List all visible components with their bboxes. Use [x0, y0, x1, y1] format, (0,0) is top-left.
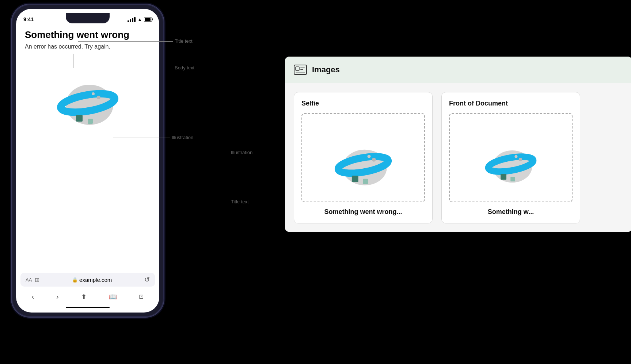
- signal-bar-2: [130, 19, 131, 22]
- svg-point-21: [519, 158, 522, 161]
- id-card-icon: [294, 65, 307, 75]
- svg-rect-2: [76, 115, 83, 122]
- svg-point-22: [514, 155, 517, 158]
- home-indicator: [66, 307, 110, 308]
- svg-rect-14: [363, 179, 368, 184]
- panel-header-icon: [294, 63, 307, 76]
- illustration-label-phone: Illustration: [172, 135, 193, 140]
- svg-rect-10: [296, 72, 305, 73]
- tab-button[interactable]: ⊞: [35, 276, 39, 283]
- forward-button[interactable]: ›: [56, 292, 59, 301]
- phone-button-volume-down: [11, 99, 12, 120]
- images-panel: Images Selfie Something went wrong... Fr…: [285, 57, 631, 232]
- svg-point-5: [92, 92, 95, 95]
- svg-rect-13: [352, 176, 358, 182]
- signal-bar-4: [134, 17, 136, 22]
- front-document-title: Front of Document: [449, 100, 573, 107]
- address-bar[interactable]: AA ⊞ 🔒 example.com ↺: [20, 273, 155, 287]
- status-icons: ▲: [128, 17, 152, 22]
- phone-wrapper: 9:41 ▲ Something went wrong: [11, 4, 164, 318]
- phone-error-subtitle: An error has occurred. Try again.: [25, 43, 151, 50]
- signal-icon: [128, 17, 136, 22]
- phone-bottom-bar: AA ⊞ 🔒 example.com ↺ ‹ › ⬆ 📖 ⊡: [16, 273, 159, 313]
- svg-rect-8: [300, 68, 305, 68]
- signal-bar-3: [132, 18, 133, 22]
- front-document-error-illustration: [482, 130, 540, 185]
- phone-content: Something went wrong An error has occurr…: [16, 25, 159, 134]
- share-button[interactable]: ⬆: [81, 293, 87, 301]
- svg-rect-9: [300, 69, 303, 70]
- reload-button[interactable]: ↺: [144, 276, 150, 284]
- signal-bar-1: [128, 20, 129, 22]
- phone-button-power: [164, 81, 164, 110]
- url-display: 🔒 example.com: [72, 277, 112, 283]
- url-text: example.com: [79, 277, 112, 283]
- address-left: AA ⊞: [26, 276, 39, 283]
- svg-point-16: [368, 155, 371, 158]
- battery-fill: [145, 18, 151, 21]
- back-button[interactable]: ‹: [31, 292, 34, 301]
- selfie-card-title: Selfie: [301, 100, 319, 107]
- svg-rect-7: [296, 67, 299, 70]
- panel-title: Images: [312, 65, 340, 74]
- selfie-card: Selfie Something went wrong...: [294, 92, 433, 223]
- svg-rect-3: [88, 119, 93, 124]
- front-document-bottom-text: Something w...: [449, 208, 573, 216]
- svg-rect-20: [510, 177, 515, 181]
- error-illustration-svg: [51, 61, 124, 134]
- lock-icon: 🔒: [72, 277, 78, 283]
- title-panel-label: Title text: [231, 199, 249, 204]
- phone-screen: 9:41 ▲ Something went wrong: [16, 9, 159, 313]
- svg-point-15: [372, 158, 376, 162]
- phone-error-title: Something went wrong: [25, 29, 151, 41]
- title-annotation-label: Title text: [175, 38, 193, 44]
- phone-notch: [66, 13, 110, 23]
- phone-illustration: [25, 61, 151, 134]
- nav-bar: ‹ › ⬆ 📖 ⊡: [20, 291, 155, 304]
- panel-header: Images: [285, 57, 631, 83]
- front-document-card: Front of Document Something w...: [441, 92, 580, 223]
- svg-rect-19: [501, 174, 506, 180]
- aa-button[interactable]: AA: [26, 277, 32, 283]
- wifi-icon: ▲: [137, 17, 142, 22]
- selfie-illustration-box: [301, 113, 425, 202]
- bookmarks-button[interactable]: 📖: [109, 293, 117, 301]
- battery-icon: [144, 18, 152, 22]
- front-document-illustration-box: [449, 113, 573, 202]
- body-annotation-label: Body text: [175, 65, 194, 70]
- status-time: 9:41: [23, 16, 34, 22]
- phone-button-volume-up: [11, 74, 12, 94]
- phone-button-mute: [11, 55, 12, 67]
- selfie-bottom-text: Something went wrong...: [324, 208, 402, 216]
- illustration-label-panel: Illustration: [231, 150, 252, 155]
- svg-point-4: [97, 96, 100, 99]
- tabs-button[interactable]: ⊡: [139, 293, 144, 300]
- selfie-error-illustration: [330, 129, 396, 187]
- panel-body: Selfie Something went wrong... Front of …: [285, 83, 631, 232]
- phone-frame: 9:41 ▲ Something went wrong: [11, 4, 164, 318]
